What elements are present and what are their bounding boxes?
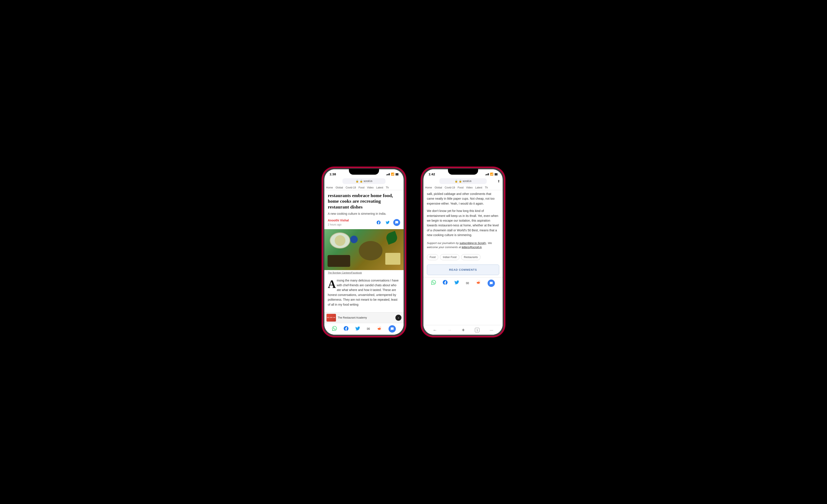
status-icons-2: 📶 ▮▮ bbox=[485, 172, 498, 176]
support-label-1: Support our journalism by bbox=[427, 242, 459, 245]
article-content-2: salli, pickled cabbage and other condime… bbox=[424, 190, 503, 325]
lock-icon-1: 🔒 bbox=[355, 180, 359, 183]
article-body-text-1: mong the many delicious conversations I … bbox=[328, 279, 399, 306]
time-1: 1:38 bbox=[330, 172, 336, 176]
tag-restaurants[interactable]: Restaurants bbox=[461, 254, 481, 260]
nav-bar-2: Home Global Covid-19 Food Video Latest T… bbox=[424, 185, 503, 190]
email-link[interactable]: letters@scroll.in bbox=[462, 246, 482, 249]
browser-bar-row-2: 🔒 🔒 scroll.in ⬆ bbox=[424, 177, 503, 185]
browser-bar-row-1: 🔒 🔒 scroll.in bbox=[324, 177, 403, 185]
reddit-icon-2[interactable] bbox=[476, 280, 481, 287]
article-body-1: A mong the many delicious conversations … bbox=[324, 276, 403, 309]
nav-more-1[interactable]: Th bbox=[386, 186, 389, 189]
ad-banner-1[interactable]: GET. SET. GO. The Restaurant Academy › bbox=[324, 312, 403, 323]
phone-2: 1:42 📶 ▮▮ 🔒 🔒 scroll.in ⬆ Home bbox=[422, 168, 504, 336]
whatsapp-icon-1[interactable] bbox=[332, 326, 337, 332]
notch-1 bbox=[349, 169, 379, 175]
wifi-icon-2: 📶 bbox=[490, 172, 493, 176]
wifi-icon-1: 📶 bbox=[391, 172, 394, 176]
article-subtitle-1: A new cooking culture is simmering in In… bbox=[324, 211, 403, 218]
lock-icon-2: 🔒 bbox=[455, 180, 458, 183]
twitter-icon-2[interactable] bbox=[454, 280, 459, 287]
nav-latest-1[interactable]: Latest bbox=[376, 186, 383, 189]
more-btn-2[interactable]: ··· bbox=[490, 327, 493, 333]
nav-latest-2[interactable]: Latest bbox=[475, 186, 482, 189]
article-body-top-2: salli, pickled cabbage and other condime… bbox=[424, 190, 503, 207]
twitter-icon-1[interactable] bbox=[355, 326, 360, 332]
image-caption-1[interactable]: The Bombay Canteen/Facebook bbox=[324, 270, 403, 276]
nav-global-2[interactable]: Global bbox=[435, 186, 442, 189]
bottom-share-bar-1: ✉ bbox=[324, 323, 403, 335]
drop-cap-1: A bbox=[328, 280, 336, 289]
tag-food[interactable]: Food bbox=[427, 254, 438, 260]
nav-covid-2[interactable]: Covid-19 bbox=[445, 186, 455, 189]
support-label-3: . bbox=[482, 246, 483, 249]
bottom-nav-bar-2: ← → + 1 ··· bbox=[424, 325, 503, 335]
article-scroll-1[interactable]: restaurants embrace home food, home cook… bbox=[324, 190, 403, 312]
nav-covid-1[interactable]: Covid-19 bbox=[346, 186, 356, 189]
battery-icon-1: ▮▮ bbox=[395, 172, 398, 176]
screen-2: 1:42 📶 ▮▮ 🔒 🔒 scroll.in ⬆ Home bbox=[424, 169, 503, 335]
url-bar-1[interactable]: 🔒 🔒 scroll.in bbox=[342, 178, 386, 184]
nav-home-1[interactable]: Home bbox=[326, 186, 333, 189]
read-comments-button[interactable]: READ COMMENTS bbox=[427, 264, 499, 275]
nav-global-1[interactable]: Global bbox=[336, 186, 343, 189]
time-2: 1:42 bbox=[429, 172, 435, 176]
forward-btn-2[interactable]: → bbox=[447, 327, 452, 333]
nav-more-2[interactable]: Th bbox=[485, 186, 488, 189]
comments-icon-2[interactable] bbox=[488, 280, 495, 287]
signal-2 bbox=[485, 173, 489, 175]
tabs-btn-2[interactable]: 1 bbox=[475, 328, 479, 332]
nav-home-2[interactable]: Home bbox=[425, 186, 432, 189]
share-icons-meta-1 bbox=[375, 219, 400, 226]
comments-icon-1[interactable] bbox=[389, 325, 396, 333]
subscribe-link[interactable]: subscribing to Scroll+ bbox=[459, 242, 486, 245]
article-time-1: 2 hours ago bbox=[328, 223, 349, 226]
notch-2 bbox=[448, 169, 478, 175]
article-body-middle-2: We don't know yet for how long this kind… bbox=[424, 207, 503, 239]
add-btn-2[interactable]: + bbox=[462, 327, 465, 333]
bottom-share-bar-2: ✉ bbox=[424, 277, 503, 289]
url-text-1: 🔒 scroll.in bbox=[360, 180, 372, 183]
article-scroll-2[interactable]: salli, pickled cabbage and other condime… bbox=[424, 190, 503, 325]
ad-next-btn-1[interactable]: › bbox=[395, 315, 401, 321]
url-text-2: 🔒 scroll.in bbox=[459, 180, 472, 183]
twitter-share-1[interactable] bbox=[384, 219, 391, 226]
nav-food-2[interactable]: Food bbox=[458, 186, 464, 189]
signal-1 bbox=[386, 173, 390, 175]
email-icon-1[interactable]: ✉ bbox=[367, 326, 370, 331]
article-title-1: restaurants embrace home food, home cook… bbox=[324, 190, 403, 211]
ad-label-1: GET. SET. GO. bbox=[327, 317, 336, 318]
article-meta-1: Anoothi Vishal 2 hours ago bbox=[324, 218, 403, 229]
url-bar-2[interactable]: 🔒 🔒 scroll.in bbox=[439, 178, 487, 184]
author-name-1[interactable]: Anoothi Vishal bbox=[328, 218, 349, 223]
nav-bar-1: Home Global Covid-19 Food Video Latest T… bbox=[324, 185, 403, 190]
email-icon-2[interactable]: ✉ bbox=[466, 281, 469, 286]
facebook-share-1[interactable] bbox=[375, 219, 382, 226]
whatsapp-icon-2[interactable] bbox=[431, 280, 436, 287]
comments-share-1[interactable] bbox=[393, 219, 400, 226]
tags-row-2: Food Indian Food Restaurants bbox=[424, 252, 503, 263]
reddit-icon-1[interactable] bbox=[377, 326, 382, 332]
ad-text-1: The Restaurant Academy bbox=[338, 316, 394, 319]
share-btn-2[interactable]: ⬆ bbox=[497, 179, 500, 183]
tag-indian-food[interactable]: Indian Food bbox=[440, 254, 459, 260]
screen-1: 1:38 📶 ▮▮ 🔒 🔒 scroll.in Home Gl bbox=[324, 169, 403, 335]
ad-thumbnail-1: GET. SET. GO. bbox=[327, 314, 336, 321]
nav-video-2[interactable]: Video bbox=[466, 186, 473, 189]
back-btn-2[interactable]: ← bbox=[433, 327, 437, 333]
article-content-1: restaurants embrace home food, home cook… bbox=[324, 190, 403, 312]
battery-icon-2: ▮▮ bbox=[494, 172, 497, 176]
facebook-icon-2[interactable] bbox=[443, 280, 447, 287]
article-image-1 bbox=[324, 229, 403, 270]
phone-1: 1:38 📶 ▮▮ 🔒 🔒 scroll.in Home Gl bbox=[323, 168, 405, 336]
nav-video-1[interactable]: Video bbox=[367, 186, 374, 189]
support-text-2: Support our journalism by subscribing to… bbox=[424, 239, 503, 252]
author-block-1: Anoothi Vishal 2 hours ago bbox=[328, 218, 349, 226]
status-icons-1: 📶 ▮▮ bbox=[386, 172, 399, 176]
facebook-icon-1[interactable] bbox=[344, 326, 348, 332]
nav-food-1[interactable]: Food bbox=[358, 186, 364, 189]
